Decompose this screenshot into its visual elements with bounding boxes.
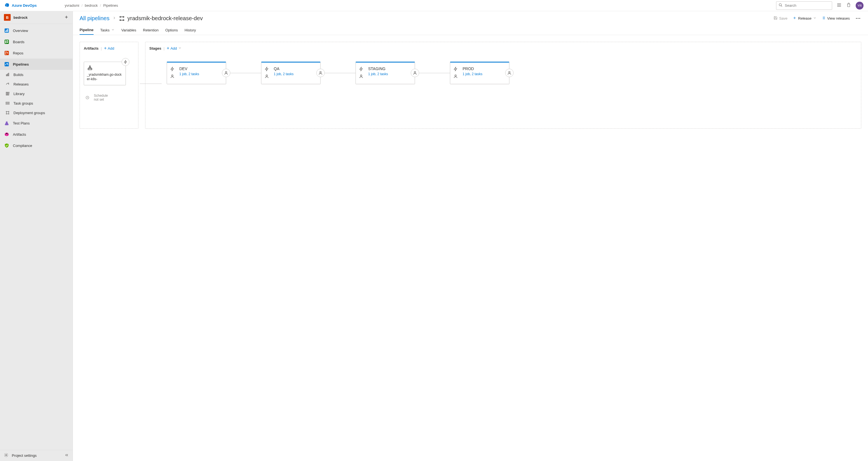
tab-history[interactable]: History (185, 26, 196, 35)
view-releases-label: View releases (827, 16, 850, 21)
connector-line (419, 73, 450, 73)
stage-card[interactable]: QA 1 job, 2 tasks (261, 62, 320, 84)
artifact-card[interactable]: _yradsmikham.go-docker-k8s- (84, 62, 126, 85)
svg-point-31 (6, 111, 7, 112)
stage-block: STAGING 1 job, 2 tasks (355, 62, 419, 84)
tab-pipeline[interactable]: Pipeline (80, 26, 94, 35)
sidebar-sub-deploymentgroups[interactable]: Deployment groups (0, 108, 72, 117)
stage-tasks-link[interactable]: 1 job, 2 tasks (179, 72, 221, 76)
svg-rect-17 (7, 42, 8, 42)
sidebar-sub-label: Library (13, 92, 25, 96)
sidebar-item-repos[interactable]: Repos (0, 48, 72, 59)
builds-icon (5, 72, 10, 77)
brand-link[interactable]: Azure DevOps (4, 2, 37, 8)
sidebar-item-boards[interactable]: Boards (0, 36, 72, 48)
view-releases-button[interactable]: View releases (822, 16, 850, 21)
stage-card[interactable]: DEV 1 job, 2 tasks (167, 62, 226, 84)
tab-variables[interactable]: Variables (121, 26, 136, 35)
svg-point-20 (5, 54, 6, 54)
sidebar-sub-taskgroups[interactable]: Task groups (0, 98, 72, 108)
search-box[interactable] (776, 1, 832, 10)
schedule-label: Schedule not set (94, 94, 108, 102)
svg-rect-18 (5, 51, 9, 55)
all-pipelines-link[interactable]: All pipelines (80, 15, 110, 22)
stage-card[interactable]: PROD 1 job, 2 tasks (450, 62, 509, 84)
post-deploy-approver-button[interactable] (222, 69, 230, 77)
post-deploy-approver-button[interactable] (316, 69, 325, 77)
release-button[interactable]: Release (793, 16, 817, 21)
breadcrumb-project[interactable]: bedrock (85, 3, 98, 7)
topbar-right: YR (776, 1, 864, 10)
project-settings-label: Project settings (12, 454, 37, 458)
sidebar-item-label: Compliance (13, 144, 32, 148)
pipeline-title[interactable]: yradsmik-bedrock-release-dev (127, 15, 203, 22)
pre-deploy-approver-icon[interactable] (453, 74, 458, 79)
sidebar-sub-library[interactable]: Library (0, 89, 72, 98)
save-label: Save (779, 16, 787, 21)
sidebar: B bedrock Overview Boards (0, 11, 73, 461)
search-input[interactable] (785, 3, 832, 7)
schedule-button[interactable]: Schedule not set (84, 94, 134, 102)
stage-card[interactable]: STAGING 1 job, 2 tasks (355, 62, 415, 84)
pre-deploy-trigger-icon[interactable] (170, 66, 175, 71)
sidebar-item-pipelines[interactable]: Pipelines (0, 59, 72, 70)
stage-block: QA 1 job, 2 tasks (261, 62, 325, 84)
clock-icon (84, 94, 91, 101)
post-deploy-approver-button[interactable] (505, 69, 514, 77)
stage-name: DEV (179, 66, 221, 71)
add-artifact-button[interactable]: + Add (104, 46, 114, 51)
svg-rect-24 (7, 74, 8, 76)
pre-deploy-approver-icon[interactable] (359, 74, 364, 79)
tab-retention[interactable]: Retention (143, 26, 159, 35)
sidebar-sub-releases[interactable]: Releases (0, 79, 72, 89)
canvas: Artifacts | + Add (73, 35, 868, 461)
list-icon[interactable] (837, 2, 842, 8)
stages-title: Stages (149, 46, 161, 51)
page-header: All pipelines yradsmik-bedrock-release-d… (73, 11, 868, 22)
svg-point-58 (360, 75, 362, 76)
new-item-button[interactable] (64, 15, 69, 20)
artifact-trigger-button[interactable] (122, 58, 129, 66)
collapse-sidebar-icon[interactable] (65, 453, 69, 458)
repos-icon (4, 50, 9, 56)
avatar[interactable]: YR (856, 2, 864, 9)
sidebar-item-artifacts[interactable]: Artifacts (0, 129, 72, 140)
stage-block: PROD 1 job, 2 tasks (450, 62, 514, 84)
topbar: Azure DevOps yvradsmi / bedrock / Pipeli… (0, 0, 868, 11)
chevron-down-icon (111, 28, 115, 32)
breadcrumb-org[interactable]: yvradsmi (65, 3, 79, 7)
tab-tasks[interactable]: Tasks (100, 26, 115, 35)
pre-deploy-trigger-icon[interactable] (264, 66, 269, 71)
artifacts-panel: Artifacts | + Add (80, 42, 138, 129)
svg-point-54 (172, 75, 173, 76)
svg-rect-11 (5, 31, 6, 32)
add-stage-button[interactable]: + Add (167, 46, 181, 51)
svg-point-61 (508, 71, 510, 73)
connector-line (140, 84, 162, 84)
stage-tasks-link[interactable]: 1 job, 2 tasks (463, 72, 505, 76)
pre-deploy-approver-icon[interactable] (170, 74, 175, 79)
pre-deploy-trigger-icon[interactable] (453, 66, 458, 71)
pre-deploy-trigger-icon[interactable] (359, 66, 364, 71)
shopping-bag-icon[interactable] (846, 2, 851, 8)
sidebar-item-overview[interactable]: Overview (0, 25, 72, 36)
svg-point-57 (320, 71, 321, 73)
stage-name: PROD (463, 66, 505, 71)
sidebar-item-compliance[interactable]: Compliance (0, 140, 72, 151)
tab-options[interactable]: Options (165, 26, 178, 35)
stage-tasks-link[interactable]: 1 job, 2 tasks (368, 72, 410, 76)
stage-name: QA (274, 66, 316, 71)
stage-tasks-link[interactable]: 1 job, 2 tasks (274, 72, 316, 76)
breadcrumb-area[interactable]: Pipelines (103, 3, 118, 7)
avatar-initials: YR (857, 4, 862, 7)
sidebar-sub-builds[interactable]: Builds (0, 70, 72, 79)
sidebar-item-testplans[interactable]: Test Plans (0, 117, 72, 129)
save-icon (774, 16, 777, 21)
more-options-button[interactable] (855, 18, 861, 19)
project-settings-link[interactable]: Project settings (0, 450, 72, 461)
connector-line (230, 73, 261, 73)
svg-rect-29 (6, 102, 9, 103)
project-header[interactable]: B bedrock (0, 11, 72, 24)
post-deploy-approver-button[interactable] (411, 69, 419, 77)
pre-deploy-approver-icon[interactable] (264, 74, 269, 79)
